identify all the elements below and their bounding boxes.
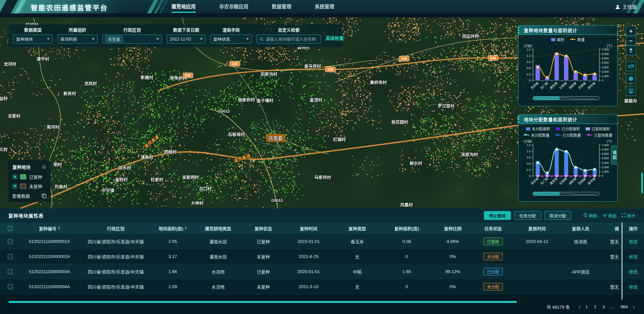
svg-text:(个): (个) — [607, 44, 612, 48]
edit-link[interactable]: 修改 — [629, 238, 638, 245]
chart-datazoom-slider[interactable] — [533, 97, 559, 100]
svg-text:4,000: 4,000 — [602, 61, 609, 64]
search-input[interactable]: 请输入地块编号或人员名称 — [257, 35, 321, 44]
map-area[interactable]: 兰坝村清平村龙河村新建村龙凤村新民村益村李朱桥村徐家桥村金子堰村田家沟村金马寺村… — [0, 13, 644, 208]
cell-replant_area: 1.65 — [381, 264, 433, 279]
map-tool-globe-icon[interactable] — [626, 74, 636, 83]
filter-select-所属组织[interactable]: 商汤科技 — [57, 35, 98, 44]
map-county-label: 乐至县 — [266, 134, 285, 142]
svg-text:龙门镇: 龙门镇 — [539, 81, 548, 90]
row-checkbox[interactable] — [8, 239, 13, 244]
map-edge-scrollbar[interactable] — [641, 173, 643, 193]
edit-link[interactable]: 修改 — [629, 253, 638, 260]
map-tool-measure-icon[interactable] — [626, 61, 636, 71]
cell-land_type: 灌溉水田 — [193, 249, 243, 264]
map-place-label: 吴家祠村 — [182, 174, 199, 180]
tool-收起[interactable]: 收起 — [603, 212, 616, 219]
column-label: 复种状态 — [255, 225, 272, 232]
svg-text:(万亩): (万亩) — [524, 139, 532, 143]
selected-value: 商汤科技 — [60, 36, 90, 42]
page-number-964[interactable]: 964 — [620, 304, 629, 309]
filter-field-数据类型: 数据类型复种地块 — [13, 26, 53, 44]
map-tool-minus-icon[interactable]: − — [626, 36, 636, 46]
select-all-checkbox[interactable] — [8, 226, 13, 231]
chart-legend-item-已分配数量[interactable]: 已分配数量 — [555, 132, 581, 138]
column-header-id[interactable]: 复种编号 — [20, 223, 79, 234]
cell-reviewer — [561, 279, 600, 294]
tool-放大[interactable]: 放大 — [622, 212, 636, 219]
chart-legend-item-未分配数量[interactable]: 未分配数量 — [523, 132, 549, 138]
header-checkbox-cell — [0, 223, 20, 234]
map-place-label: 益村 — [0, 95, 8, 102]
sort-icon[interactable] — [185, 227, 187, 230]
tool-刷新[interactable]: 刷新 — [583, 212, 597, 219]
minus-icon: − — [629, 38, 633, 44]
nav-tab-非农非粮应用[interactable]: 非农非粮应用 — [217, 0, 251, 13]
user-menu[interactable]: 王恬璐 — [615, 0, 637, 13]
row-checkbox[interactable] — [8, 254, 13, 259]
chart-legend-item-数量[interactable]: 数量 — [570, 37, 585, 42]
selected-tag[interactable]: 乐至县 — [105, 36, 123, 43]
edit-link[interactable]: 修改 — [629, 268, 638, 275]
legend-checkbox[interactable] — [12, 184, 17, 189]
imagery-layers-icon[interactable] — [42, 193, 47, 198]
chart-datazoom-slider[interactable] — [533, 192, 559, 195]
filter-label: 数据类型 — [24, 26, 42, 33]
cell-replant_type: 春玉米 — [334, 234, 381, 249]
table-column-divider — [622, 223, 623, 300]
road-badge-G5013: G5013 — [218, 109, 230, 113]
table-row[interactable]: 5120221110000001A四川省/资阳市/乐至县/中天镇2.05灌溉水田… — [0, 234, 644, 249]
prev-page-button[interactable]: ‹ — [579, 304, 580, 310]
edit-link[interactable]: 修改 — [629, 284, 638, 290]
column-header-action: 操作 — [623, 223, 644, 234]
cell-note: 暂无 — [600, 279, 622, 294]
table-horizontal-scrollbar[interactable] — [8, 301, 517, 303]
cell-replant_status: 未复种 — [243, 249, 283, 264]
table-row[interactable]: 5120221110000002A四川省/资阳市/乐至县/中天镇3.17灌溉水田… — [0, 249, 644, 264]
row-checkbox[interactable] — [8, 269, 13, 274]
legend-checkbox[interactable] — [12, 175, 17, 179]
cell-action: 修改 — [623, 249, 644, 264]
chart-legend-item-已复核面积[interactable]: 已复核面积 — [586, 126, 610, 131]
button-取消分配[interactable]: 取消分配 — [544, 211, 571, 220]
chart-panel-title: 复种地块数量与面积统计 — [519, 25, 617, 35]
page-number-1[interactable]: 1 — [584, 304, 589, 309]
map-tool-pitch-icon[interactable] — [626, 46, 636, 55]
button-停止复核[interactable]: 停止复核 — [484, 211, 511, 220]
column-header-area[interactable]: 地块面积(亩) — [153, 223, 193, 234]
legend-settings-icon[interactable] — [42, 165, 47, 170]
map-tool-download-icon[interactable] — [626, 86, 636, 96]
button-任务分配[interactable]: 任务分配 — [514, 211, 541, 220]
page-number-2[interactable]: 2 — [593, 304, 597, 309]
advanced-search-link[interactable]: 高级检索 — [326, 35, 344, 41]
page-number-3[interactable]: 3 — [601, 304, 606, 309]
map-place-label: 义村 — [0, 146, 8, 152]
next-page-button[interactable]: › — [633, 304, 635, 310]
selected-value: 2022-12-02 — [170, 37, 198, 42]
table-header-row: 复种编号行政区划地块面积(亩)撂荒耕地类型复种状态复种时间复种类型复种面积(亩)… — [0, 223, 644, 234]
filter-select-数据类型[interactable]: 复种地块 — [13, 35, 53, 44]
nav-tab-撂荒地应用[interactable]: 撂荒地应用 — [169, 0, 198, 13]
map-tool-plus-icon[interactable]: + — [626, 26, 636, 36]
chart-legend-item-已分配面积[interactable]: 已分配面积 — [556, 126, 580, 131]
table-row[interactable]: 5120221110000004A四川省/资阳市/乐至县/中天镇2.09水浇地未… — [0, 279, 644, 294]
filter-date-数据下发日期[interactable]: 2022-12-02 — [167, 35, 206, 44]
svg-text:童家镇: 童家镇 — [549, 177, 558, 185]
chart-legend-item-已复核数量[interactable]: 已复核数量 — [586, 132, 612, 138]
table-row[interactable]: 5120221110000003A四川省/资阳市/乐至县/中天镇1.66水浇地已… — [0, 264, 644, 279]
panel-collapse-tab[interactable]: 收起 — [611, 146, 618, 165]
map-place-label: 龙河村 — [4, 61, 16, 67]
nav-tab-数据管理[interactable]: 数据管理 — [270, 0, 293, 13]
chevron-down-icon — [246, 38, 249, 40]
legend-line-marker — [523, 135, 529, 135]
status-badge: 未分配 — [483, 283, 503, 291]
chart-legend-item-未分配面积[interactable]: 未分配面积 — [526, 126, 550, 131]
filter-select-渲染字段[interactable]: 复种状态 — [210, 35, 252, 44]
filter-tag-select-行政区划[interactable]: 乐至县 — [102, 35, 162, 44]
svg-text:2,000: 2,000 — [602, 166, 609, 169]
row-checkbox[interactable] — [8, 284, 13, 289]
sort-icon[interactable] — [58, 227, 60, 230]
chart-legend-item-面积[interactable]: 面积 — [551, 37, 565, 42]
nav-tab-系统管理[interactable]: 系统管理 — [313, 0, 336, 13]
filter-label: 渲染字段 — [222, 26, 240, 33]
